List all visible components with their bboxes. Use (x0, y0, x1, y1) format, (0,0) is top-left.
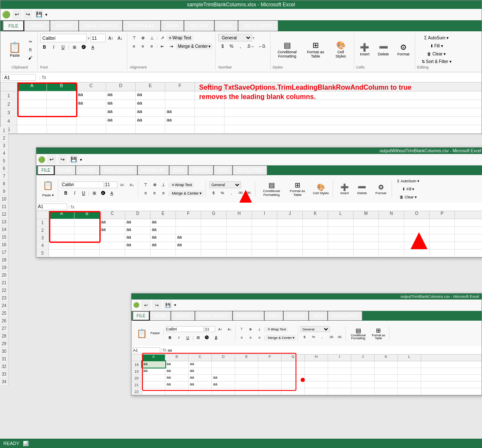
tab-review-2[interactable]: REVIEW (188, 165, 213, 175)
autosum-btn-1[interactable]: Σ AutoSum ▾ (417, 34, 456, 41)
align-right-1[interactable]: ≡ (148, 42, 156, 50)
cell-D2-1[interactable]: aa (106, 100, 136, 108)
cell-J18-3[interactable] (351, 361, 375, 368)
clear-2[interactable]: 🗑 Clear ▾ (395, 193, 421, 201)
format-painter-button-1[interactable]: 🖌 (26, 54, 35, 61)
save-button-2[interactable]: 💾 (69, 155, 78, 164)
cell-G5-2[interactable] (201, 250, 227, 257)
fx-3[interactable]: fx (163, 348, 167, 352)
cell-C1-1[interactable]: aa (77, 91, 106, 99)
col-F-3[interactable]: F (258, 355, 282, 361)
redo-button-2[interactable]: ↪ (58, 155, 67, 164)
col-header-G-1[interactable]: G (195, 82, 225, 91)
cell-E19-3[interactable] (235, 368, 258, 374)
al-bot-2[interactable]: ⊥ (159, 181, 168, 189)
italic-2[interactable]: I (71, 190, 79, 197)
cell-B5-1[interactable] (47, 125, 77, 133)
ac-3[interactable]: ≡ (246, 334, 255, 341)
id3[interactable]: .00 (327, 333, 335, 341)
cell-J19-3[interactable] (351, 368, 375, 374)
tab-review-3[interactable]: REVIEW (283, 311, 308, 321)
i-3[interactable]: I (175, 334, 183, 341)
cell-H4-2[interactable] (227, 242, 252, 249)
cell-D2-2[interactable]: aa (125, 227, 151, 234)
cell-K22-3[interactable] (375, 388, 398, 395)
cell-I5-2[interactable] (252, 250, 277, 257)
cell-D3-2[interactable]: aa (125, 234, 151, 242)
font-3[interactable] (166, 326, 204, 332)
col-header-A-1[interactable]: A (17, 82, 47, 91)
col-B-2[interactable]: B (74, 211, 100, 219)
redo-btn-3[interactable]: ↪ (152, 300, 162, 310)
align-middle-1[interactable]: ⊕ (139, 34, 147, 41)
cell-B20-3[interactable]: aa (165, 375, 189, 381)
cell-F20-3[interactable] (258, 375, 282, 381)
ar-3[interactable]: ≡ (255, 334, 264, 341)
cell-G3-1[interactable] (195, 108, 225, 116)
cell-M5-2[interactable] (353, 250, 379, 257)
al-3[interactable]: ≡ (238, 334, 246, 341)
bold-button-1[interactable]: B (40, 43, 49, 51)
cell-D3-1[interactable]: aa (106, 108, 136, 116)
cell-F18-3[interactable] (258, 361, 282, 368)
cell-F4-1[interactable]: aa (165, 117, 195, 125)
undo-btn-3[interactable]: ↩ (141, 300, 151, 310)
cell-G18-3[interactable] (282, 361, 305, 368)
cell-B22-3[interactable] (165, 388, 189, 395)
cell-B2-1[interactable] (47, 100, 77, 108)
qat-dropdown-1[interactable]: ▾ (45, 12, 47, 17)
cell-F19-3[interactable] (258, 368, 282, 374)
col-E-2[interactable]: E (151, 211, 176, 219)
cell-E3-2[interactable]: aa (151, 234, 176, 242)
cell-I22-3[interactable] (328, 388, 351, 395)
align-bottom-1[interactable]: ⊥ (148, 34, 156, 41)
cell-E20-3[interactable] (235, 375, 258, 381)
conditional-formatting-btn-1[interactable]: ▤ Conditional Formatting (272, 38, 302, 60)
cell-A4-1[interactable] (17, 117, 47, 125)
cell-F21-3[interactable] (258, 382, 282, 388)
ab-3[interactable]: ⊥ (255, 325, 264, 333)
cell-A19-3[interactable]: aa (142, 368, 165, 374)
col-G-2[interactable]: G (201, 211, 227, 219)
wrap-text-button-1[interactable]: ≡Wrap Text (167, 35, 194, 41)
col-L-2[interactable]: L (328, 211, 353, 219)
sort-filter-btn-1[interactable]: ⇅ Sort & Filter ▾ (420, 58, 453, 65)
increase-decimal-1[interactable]: .0→ (245, 42, 256, 50)
cell-G2-2[interactable] (201, 227, 227, 234)
cell-I19-3[interactable] (328, 368, 351, 374)
cell-I20-3[interactable] (328, 375, 351, 381)
dec-dec-2[interactable]: 00. (245, 189, 253, 197)
wrap-text-3[interactable]: ≡Wrap Text (266, 327, 288, 332)
cell-E18-3[interactable] (235, 361, 258, 368)
cell-C1-2[interactable]: aa (100, 219, 125, 226)
cell-B19-3[interactable]: aa (165, 368, 189, 374)
col-A-2[interactable]: A (49, 211, 74, 219)
col-B-3[interactable]: B (165, 355, 189, 361)
cell-N3-2[interactable] (379, 234, 404, 242)
cell-G2-1[interactable] (195, 100, 225, 108)
col-header-D-1[interactable]: D (106, 82, 136, 91)
border-2[interactable]: ⊞ (90, 190, 99, 197)
cell-A20-3[interactable] (142, 375, 165, 381)
tab-home-3[interactable]: HOME (150, 311, 171, 321)
tab-pagelayout-2[interactable]: PAGE LAYOUT (100, 165, 137, 175)
format-cells-btn-1[interactable]: ⚙ Format (394, 41, 414, 58)
cell-K4-2[interactable] (303, 242, 328, 249)
cell-F2-2[interactable] (176, 227, 201, 234)
fill-c-3[interactable]: 🅐 (203, 334, 211, 341)
cond-fmt-2[interactable]: ▤ Conditional Formatting (259, 180, 284, 198)
tab-insert-2[interactable]: INSERT (76, 165, 100, 175)
cell-B5-2[interactable] (74, 250, 100, 257)
underline-2[interactable]: U (79, 190, 88, 197)
col-P-2[interactable]: P (430, 211, 455, 219)
cell-A3-2[interactable] (49, 234, 74, 242)
cell-I3-2[interactable] (252, 234, 277, 242)
col-G-3[interactable]: G (282, 355, 305, 361)
cell-I21-3[interactable] (328, 382, 351, 388)
tab-pagelayout-1[interactable]: PAGE LAYOUT (79, 20, 123, 31)
fx-2[interactable]: fx (71, 204, 75, 209)
cell-G1-2[interactable] (201, 219, 227, 226)
cell-D4-2[interactable]: aa (125, 242, 151, 249)
tab-file-2[interactable]: FILE (37, 165, 55, 175)
undo-button-2[interactable]: ↩ (47, 155, 56, 164)
